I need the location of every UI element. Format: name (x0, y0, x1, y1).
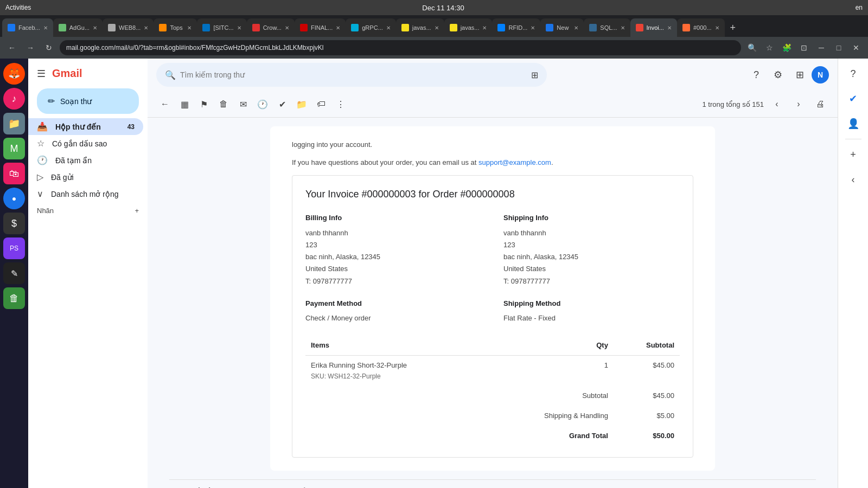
taskbar-terminal[interactable]: $ (3, 213, 25, 234)
new-tab-button[interactable]: + (725, 18, 741, 37)
tab-close-invoi[interactable]: ✕ (667, 25, 672, 31)
report-button[interactable]: ⚑ (195, 95, 213, 113)
gmail-logo-row: ☰ Gmail (28, 63, 148, 84)
tab-close-tops[interactable]: ✕ (187, 25, 192, 31)
back-button[interactable]: ← (4, 40, 20, 55)
os-indicators: en (856, 4, 863, 11)
sidebar-item-snoozed[interactable]: 🕐 Đã tạm ẩn (28, 152, 143, 169)
tab-label-adguard: AdGu... (69, 24, 90, 31)
tab-close-sitc[interactable]: ✕ (237, 25, 241, 31)
tab-hash[interactable]: #000... ✕ (677, 18, 725, 37)
search-input[interactable] (180, 70, 527, 79)
address-bar[interactable]: mail.google.com/mail/u/0/?tab=rm&ogbl#in… (60, 40, 741, 55)
zoom-icon[interactable]: 🔍 (744, 40, 760, 55)
snooze-button[interactable]: 🕐 (254, 95, 271, 113)
maximize-icon[interactable]: □ (831, 40, 846, 55)
taskbar-trash[interactable]: 🗑 (3, 287, 25, 309)
sidebar-item-more[interactable]: ∨ Danh sách mở rộng (28, 185, 143, 202)
taskbar-music[interactable]: ♪ (3, 88, 25, 110)
right-panel-add[interactable]: + (843, 144, 864, 165)
tab-close-sql[interactable]: ✕ (621, 25, 625, 31)
tab-crow[interactable]: Crow... ✕ (247, 18, 295, 37)
compose-button[interactable]: ✏ Soạn thư (37, 88, 139, 114)
tab-close-final[interactable]: ✕ (336, 25, 340, 31)
shipping-method-col: Shipping Method Flat Rate - Fixed (503, 298, 680, 325)
user-avatar[interactable]: N (812, 66, 829, 84)
taskbar-files[interactable]: 📁 (3, 113, 25, 134)
taskbar-firefox[interactable]: 🦊 (3, 63, 25, 85)
right-panel-calendar[interactable]: ? (843, 63, 864, 85)
minimize-icon[interactable]: ─ (814, 40, 829, 55)
label-button[interactable]: 🏷 (312, 95, 330, 113)
tab-favicon-grpc (351, 24, 359, 31)
shipping-name: vanb thhannh 123 bac ninh, Alaska, 12345… (503, 227, 680, 287)
inbox-label: Hộp thư đến (55, 123, 101, 131)
reload-button[interactable]: ↻ (41, 40, 56, 55)
tab-close-crow[interactable]: ✕ (285, 25, 289, 31)
inbox-icon: 📥 (37, 121, 48, 132)
delete-button[interactable]: 🗑 (215, 95, 232, 113)
tab-tops[interactable]: Tops ✕ (154, 18, 197, 37)
taskbar-shopping[interactable]: 🛍 (3, 163, 25, 184)
subtotal-label: Subtotal (487, 386, 614, 406)
tab-close-facebook[interactable]: ✕ (43, 25, 48, 31)
help-button[interactable]: ? (746, 65, 766, 85)
next-email-button[interactable]: › (790, 95, 807, 113)
right-panel-tasks[interactable]: ✔ (843, 88, 864, 110)
labels-add-button[interactable]: + (135, 207, 139, 215)
move-button[interactable]: 📁 (293, 95, 310, 113)
taskbar-editor[interactable]: ✎ (3, 262, 25, 284)
tab-sql[interactable]: SQL... ✕ (584, 18, 630, 37)
prev-email-button[interactable]: ‹ (768, 95, 786, 113)
tab-close-webs[interactable]: ✕ (144, 25, 148, 31)
snoozed-label: Đã tạm ẩn (55, 156, 92, 165)
forward-button[interactable]: → (23, 40, 38, 55)
profile-menu-icon[interactable]: ⊡ (796, 40, 812, 55)
tab-sitc[interactable]: [SITC... ✕ (197, 18, 246, 37)
tab-close-grpc[interactable]: ✕ (386, 25, 391, 31)
sidebar-item-inbox[interactable]: 📥 Hộp thư đến 43 (28, 118, 143, 135)
nav-icons: 🔍 ☆ 🧩 ⊡ ─ □ ✕ (744, 40, 864, 55)
tab-close-adguard[interactable]: ✕ (93, 25, 97, 31)
sidebar-toggle[interactable]: ☰ (37, 68, 46, 80)
tab-final[interactable]: FINAL... ✕ (295, 18, 346, 37)
search-icon: 🔍 (165, 70, 176, 80)
right-panel-contacts[interactable]: 👤 (843, 113, 864, 134)
tab-close-javas2[interactable]: ✕ (482, 25, 487, 31)
taskbar-chrome[interactable]: ● (3, 188, 25, 209)
tab-javas2[interactable]: javas... ✕ (444, 18, 493, 37)
taskbar-phpstorm[interactable]: PS (3, 237, 25, 259)
tab-rfid[interactable]: RFID... ✕ (492, 18, 540, 37)
print-button[interactable]: 🖨 (812, 95, 829, 113)
tab-favicon-adguard (59, 24, 66, 31)
tab-close-rfid[interactable]: ✕ (531, 25, 535, 31)
tab-close-new[interactable]: ✕ (574, 25, 578, 31)
tab-close-hash[interactable]: ✕ (715, 25, 719, 31)
tab-close-javas1[interactable]: ✕ (435, 25, 439, 31)
bookmark-icon[interactable]: ☆ (762, 40, 777, 55)
support-email-link[interactable]: support@example.com (478, 158, 551, 166)
sidebar-item-starred[interactable]: ☆ Có gắn dấu sao (28, 135, 143, 152)
more-actions-button[interactable]: ⋮ (332, 95, 349, 113)
addtask-button[interactable]: ✔ (273, 95, 291, 113)
mark-button[interactable]: ✉ (234, 95, 252, 113)
tab-new[interactable]: New ✕ (540, 18, 584, 37)
settings-button[interactable]: ⚙ (768, 65, 788, 85)
extensions-icon[interactable]: 🧩 (779, 40, 794, 55)
os-activities[interactable]: Activities (5, 4, 31, 11)
tab-webs[interactable]: WEB8... ✕ (103, 18, 154, 37)
close-icon[interactable]: ✕ (848, 40, 864, 55)
archive-button[interactable]: ▦ (176, 95, 193, 113)
taskbar-gmail[interactable]: M (3, 138, 25, 159)
tab-facebook[interactable]: Faceb... ✕ (2, 18, 53, 37)
tab-invoi[interactable]: Invoi... ✕ (630, 18, 677, 37)
tab-grpc[interactable]: gRPC... ✕ (346, 18, 396, 37)
search-filter-icon[interactable]: ⊞ (531, 70, 538, 80)
back-to-inbox-button[interactable]: ← (156, 95, 174, 113)
right-panel-expand[interactable]: ‹ (843, 169, 864, 190)
tab-javas1[interactable]: javas... ✕ (396, 18, 444, 37)
apps-button[interactable]: ⊞ (790, 65, 809, 85)
address-text: mail.google.com/mail/u/0/?tab=rm&ogbl#in… (66, 44, 324, 52)
tab-adguard[interactable]: AdGu... ✕ (53, 18, 103, 37)
sidebar-item-sent[interactable]: ▷ Đã gửi (28, 169, 143, 185)
